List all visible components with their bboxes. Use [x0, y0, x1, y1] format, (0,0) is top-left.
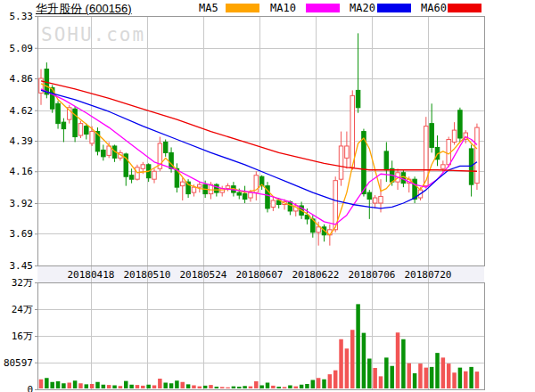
candle-body: [345, 146, 350, 158]
volume-bar-down: [237, 387, 242, 388]
candle-down: [62, 118, 66, 143]
volume-bar-down: [102, 385, 106, 388]
candle-body: [136, 167, 140, 179]
candle-down: [435, 135, 440, 166]
volume-bar-down: [311, 380, 316, 389]
candle-down: [243, 186, 247, 203]
volume-bar-down: [62, 383, 66, 388]
grid-layer: [37, 16, 484, 389]
candle-body: [350, 95, 355, 167]
volume-bar-up: [119, 386, 123, 388]
candle-up: [271, 197, 276, 211]
volume-bar-up: [271, 386, 276, 388]
candle-up: [198, 182, 202, 192]
candle-body: [78, 124, 83, 135]
candle-up: [39, 69, 44, 105]
volume-bar-up: [192, 386, 196, 389]
volume-bar-down: [124, 381, 128, 388]
volume-bar-down: [384, 357, 389, 388]
volume-bar-up: [209, 385, 213, 388]
date-label: 20180720: [405, 269, 452, 281]
volume-axis-label: 80597: [4, 357, 33, 369]
volume-bar-down: [56, 381, 61, 388]
candle-up: [345, 132, 350, 169]
volume-bar-up: [328, 374, 333, 388]
volume-bar-up: [78, 383, 83, 388]
volume-bar-up: [452, 372, 457, 388]
legend-swatch-ma20: [377, 4, 411, 12]
volume-bar-down: [288, 386, 292, 389]
candle-body: [452, 130, 457, 142]
volume-bar-down: [430, 367, 434, 388]
volume-bar-down: [232, 387, 236, 388]
volume-bar-down: [413, 373, 417, 388]
volume-bar-down: [401, 339, 406, 388]
price-axis-label: 4.86: [10, 73, 34, 85]
volume-bar-up: [396, 332, 400, 388]
volume-bar-down: [469, 367, 473, 388]
kline-chart-canvas[interactable]: SOHU.com5.335.094.864.624.394.163.923.69…: [0, 0, 535, 392]
candle-down: [458, 108, 463, 143]
volume-bar-up: [418, 363, 423, 388]
candle-body: [163, 142, 168, 152]
price-axis-label: 5.09: [10, 43, 34, 54]
volume-bar-down: [163, 383, 168, 389]
volume-bar-down: [95, 382, 100, 388]
volume-bar-down: [276, 387, 281, 388]
candle-body: [56, 103, 61, 123]
candle-body: [317, 227, 321, 233]
candle-body: [215, 184, 219, 192]
candle-down: [259, 176, 264, 190]
volume-bar-up: [181, 382, 185, 388]
date-label: 20180607: [236, 269, 284, 281]
volume-bar-down: [305, 384, 309, 388]
volume-layer: [39, 304, 479, 388]
volume-bar-down: [203, 386, 208, 388]
volume-bar-up: [373, 368, 377, 388]
candle-body: [90, 132, 95, 143]
volume-bar-up: [294, 387, 299, 388]
volume-bar-up: [226, 388, 229, 388]
volume-bar-up: [447, 363, 451, 388]
price-axis-label: 4.62: [10, 105, 34, 117]
sohu-watermark: SOHU.com: [41, 24, 145, 45]
candle-body: [384, 151, 389, 170]
candle-down: [56, 101, 61, 128]
volume-bar-up: [333, 371, 338, 388]
candle-up: [220, 186, 225, 197]
volume-bar-down: [85, 384, 89, 388]
candle-body: [458, 110, 463, 138]
candle-up: [226, 184, 229, 192]
candle-body: [356, 90, 360, 107]
candle-body: [102, 150, 106, 156]
candle-body: [85, 127, 89, 135]
volume-bar-down: [45, 378, 49, 388]
candle-up: [78, 121, 83, 138]
candle-body: [249, 192, 253, 198]
volume-bar-down: [458, 368, 463, 388]
candle-up: [152, 168, 157, 183]
candle-down: [266, 182, 270, 212]
candle-down: [95, 127, 100, 155]
candle-body: [271, 200, 276, 207]
candle-up: [373, 195, 377, 208]
candle-down: [322, 225, 326, 241]
candle-body: [339, 146, 343, 179]
candle-body: [243, 194, 247, 200]
volume-bar-down: [169, 383, 174, 388]
legend-label-ma5: MA5: [199, 2, 218, 14]
candle-up: [181, 178, 185, 200]
legend-swatch-ma60: [448, 4, 482, 12]
date-label: 20180706: [349, 269, 396, 281]
ma-line-ma20: [41, 90, 477, 208]
legend-label-ma20: MA20: [350, 2, 375, 14]
price-axis-label: 3.69: [10, 228, 34, 240]
price-axis-label: 4.39: [10, 135, 34, 147]
volume-bar-up: [283, 387, 287, 388]
candle-body: [373, 198, 377, 203]
volume-bar-up: [317, 378, 321, 388]
volume-bar-down: [322, 380, 326, 388]
volume-bar-up: [249, 387, 253, 388]
legend-label-ma60: MA60: [421, 2, 447, 14]
volume-bar-up: [68, 383, 72, 389]
